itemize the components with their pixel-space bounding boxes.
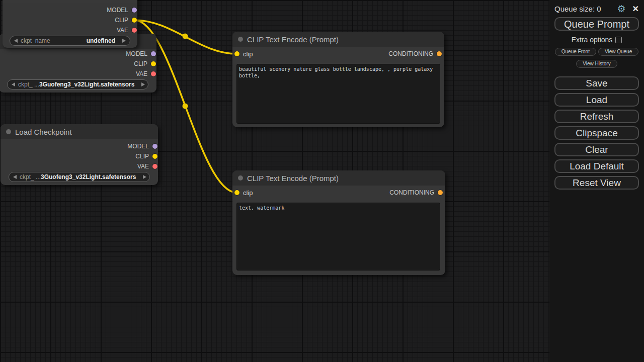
clip-port-icon[interactable] — [132, 18, 137, 23]
positive-prompt-textarea[interactable]: beautiful scenery nature glass bottle la… — [236, 64, 440, 124]
output-row-clip: CLIP — [0, 59, 156, 69]
increment-arrow-icon[interactable] — [141, 82, 145, 86]
widget-value: undefined — [87, 37, 115, 44]
output-row-clip: CLIP — [3, 15, 137, 25]
model-port-icon[interactable] — [152, 144, 157, 149]
decrement-arrow-icon[interactable] — [13, 175, 17, 179]
node-load-checkpoint[interactable]: Load Checkpoint MODEL CLIP VAE ckpt_ ...… — [1, 124, 158, 185]
increment-arrow-icon[interactable] — [122, 39, 126, 43]
view-history-button[interactable]: View History — [576, 60, 617, 68]
node-title-bar[interactable]: CLIP Text Encode (Prompt) — [232, 32, 444, 47]
node-title: CLIP Text Encode (Prompt) — [247, 35, 339, 44]
close-icon[interactable]: ✕ — [632, 5, 639, 13]
model-port-icon[interactable] — [151, 51, 156, 56]
node-title-bar[interactable] — [3, 0, 137, 3]
model-output-label: MODEL — [127, 143, 149, 150]
collapse-dot-icon[interactable] — [6, 129, 11, 134]
widget-name: ckpt_ ... — [20, 173, 41, 180]
queue-prompt-button[interactable]: Queue Prompt — [554, 17, 639, 31]
load-default-button[interactable]: Load Default — [554, 159, 639, 173]
conditioning-port-icon[interactable] — [438, 190, 443, 195]
extra-options-row: Extra options — [549, 36, 644, 44]
collapse-dot-icon[interactable] — [238, 37, 243, 42]
menu-header: Queue size: 0 ⚙ ✕ — [549, 0, 644, 14]
decrement-arrow-icon[interactable] — [12, 82, 15, 86]
output-row-model: MODEL — [0, 49, 156, 59]
node-clip-text-encode-positive[interactable]: CLIP Text Encode (Prompt) clip CONDITION… — [232, 32, 444, 127]
clip-port-icon[interactable] — [151, 61, 156, 66]
output-row-vae: VAE — [3, 25, 137, 35]
extra-options-checkbox[interactable] — [615, 37, 622, 43]
output-row-vae: VAE — [1, 161, 158, 171]
node-title-bar[interactable]: CLIP Text Encode (Prompt) — [232, 170, 445, 186]
output-row-vae: VAE — [0, 69, 156, 79]
model-output-label: MODEL — [107, 7, 128, 14]
clip-input-port-icon[interactable] — [234, 51, 239, 56]
output-row-model: MODEL — [1, 141, 158, 151]
vae-port-icon[interactable] — [152, 164, 157, 169]
clip-input-label: clip — [243, 50, 253, 58]
widget-value: 3Guofeng3_v32Light.safetensors — [39, 81, 134, 88]
menu-actions: Save Load Refresh Clipspace Clear Load D… — [549, 76, 644, 190]
settings-gear-icon[interactable]: ⚙ — [617, 4, 626, 14]
decrement-arrow-icon[interactable] — [14, 39, 18, 43]
collapse-dot-icon[interactable] — [238, 175, 243, 180]
node-load-checkpoint-top[interactable]: MODEL CLIP VAE ckpt_name undefined — [3, 0, 137, 48]
conditioning-port-icon[interactable] — [437, 51, 442, 56]
vae-output-label: VAE — [117, 27, 128, 34]
clear-button[interactable]: Clear — [554, 143, 639, 156]
conditioning-output-label: CONDITIONING — [389, 189, 434, 196]
node-title-bar[interactable]: Load Checkpoint — [1, 124, 158, 139]
model-output-label: MODEL — [126, 50, 147, 57]
ckpt-name-widget[interactable]: ckpt_name undefined — [10, 36, 130, 46]
queue-size-label: Queue size: 0 — [554, 5, 617, 13]
node-clip-text-encode-negative[interactable]: CLIP Text Encode (Prompt) clip CONDITION… — [232, 170, 445, 275]
load-button[interactable]: Load — [554, 93, 639, 107]
output-row-clip: CLIP — [1, 151, 158, 161]
clip-input-port-icon[interactable] — [234, 190, 239, 195]
node-title: CLIP Text Encode (Prompt) — [247, 174, 339, 183]
node-title: Load Checkpoint — [15, 128, 72, 136]
clip-port-icon[interactable] — [152, 154, 157, 159]
vae-output-label: VAE — [136, 70, 147, 77]
ckpt-name-widget[interactable]: ckpt_ ... 3Guofeng3_v32Light.safetensors — [7, 79, 148, 89]
clip-output-label: CLIP — [134, 60, 147, 67]
comfy-menu-panel: Queue size: 0 ⚙ ✕ Queue Prompt Extra opt… — [549, 0, 644, 362]
queue-front-button[interactable]: Queue Front — [555, 48, 596, 56]
vae-port-icon[interactable] — [132, 28, 137, 33]
clip-output-label: CLIP — [115, 17, 128, 24]
refresh-button[interactable]: Refresh — [554, 110, 639, 123]
io-row: clip CONDITIONING — [232, 49, 444, 59]
clip-output-label: CLIP — [135, 153, 149, 160]
ckpt-name-widget[interactable]: ckpt_ ... 3Guofeng3_v32Light.safetensors — [9, 172, 150, 182]
view-queue-button[interactable]: View Queue — [598, 48, 638, 56]
conditioning-output-label: CONDITIONING — [388, 50, 433, 57]
clip-input-label: clip — [243, 189, 253, 197]
model-port-icon[interactable] — [132, 8, 137, 13]
link-midpoint-dot[interactable] — [183, 104, 188, 109]
vae-port-icon[interactable] — [151, 71, 156, 76]
io-row: clip CONDITIONING — [232, 188, 445, 198]
save-button[interactable]: Save — [554, 76, 639, 90]
widget-name: ckpt_ ... — [18, 81, 39, 88]
output-row-model: MODEL — [3, 5, 137, 15]
link-midpoint-dot[interactable] — [183, 34, 188, 39]
vae-output-label: VAE — [137, 163, 149, 170]
reset-view-button[interactable]: Reset View — [554, 176, 639, 190]
negative-prompt-textarea[interactable]: text, watermark — [236, 203, 440, 270]
widget-value: 3Guofeng3_v32Light.safetensors — [41, 173, 136, 180]
clipspace-button[interactable]: Clipspace — [554, 126, 639, 140]
widget-name: ckpt_name — [21, 37, 50, 44]
extra-options-label: Extra options — [572, 36, 613, 44]
increment-arrow-icon[interactable] — [143, 175, 146, 179]
